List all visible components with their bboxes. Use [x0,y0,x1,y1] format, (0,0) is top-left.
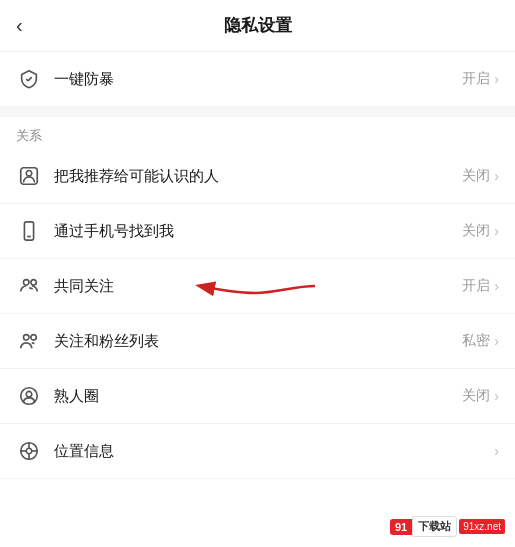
header: ‹ 隐私设置 [0,0,515,52]
chevron-icon: › [494,443,499,459]
chevron-icon: › [494,333,499,349]
svg-point-7 [31,280,37,286]
watermark-part2: 下载站 [412,516,457,537]
phone-right: 关闭 › [462,222,499,240]
location-icon [16,438,42,464]
acquaintance-value: 关闭 [462,387,490,405]
follow-list-value: 私密 [462,332,490,350]
svg-point-3 [26,171,32,177]
list-item-anti-violence[interactable]: 一键防暴 开启 › [0,52,515,107]
mutual-follow-icon [16,273,42,299]
acquaintance-label: 熟人圈 [54,387,462,406]
location-right: › [490,443,499,459]
back-button[interactable]: ‹ [16,14,23,37]
svg-point-6 [24,280,30,286]
recommend-label: 把我推荐给可能认识的人 [54,167,462,186]
chevron-icon: › [494,388,499,404]
recommend-value: 关闭 [462,167,490,185]
anti-violence-right: 开启 › [462,70,499,88]
follow-list-label: 关注和粉丝列表 [54,332,462,351]
person-add-icon [16,163,42,189]
mutual-follow-label: 共同关注 [54,277,462,296]
svg-line-0 [26,79,28,81]
svg-point-9 [24,335,30,341]
acquaintance-right: 关闭 › [462,387,499,405]
section-gap [0,107,515,117]
chevron-icon: › [494,223,499,239]
anti-violence-label: 一键防暴 [54,70,462,89]
list-item-recommend[interactable]: 把我推荐给可能认识的人 关闭 › [0,149,515,204]
watermark-part1: 91 [390,519,412,535]
chevron-icon: › [494,71,499,87]
page-title: 隐私设置 [224,14,292,37]
phone-icon [16,218,42,244]
shield-icon [16,66,42,92]
svg-rect-4 [24,222,33,240]
recommend-right: 关闭 › [462,167,499,185]
svg-point-14 [26,448,32,454]
list-item-acquaintance[interactable]: 熟人圈 关闭 › [0,369,515,424]
follow-list-right: 私密 › [462,332,499,350]
list-item-phone[interactable]: 通过手机号找到我 关闭 › [0,204,515,259]
watermark-domain: 91xz.net [459,519,505,534]
svg-point-12 [26,391,32,397]
watermark: 91 下载站 91xz.net [390,516,505,537]
phone-label: 通过手机号找到我 [54,222,462,241]
mutual-follow-right: 开启 › [462,277,499,295]
list-item-mutual-follow[interactable]: 共同关注 开启 › [0,259,515,314]
people-icon [16,328,42,354]
chevron-icon: › [494,278,499,294]
list-item-follow-list[interactable]: 关注和粉丝列表 私密 › [0,314,515,369]
svg-point-10 [31,335,37,341]
section-label-relation: 关系 [0,117,515,149]
anti-violence-value: 开启 [462,70,490,88]
location-label: 位置信息 [54,442,490,461]
svg-line-1 [28,77,32,81]
mutual-follow-value: 开启 [462,277,490,295]
list-item-location[interactable]: 位置信息 › [0,424,515,479]
phone-value: 关闭 [462,222,490,240]
circle-people-icon [16,383,42,409]
chevron-icon: › [494,168,499,184]
